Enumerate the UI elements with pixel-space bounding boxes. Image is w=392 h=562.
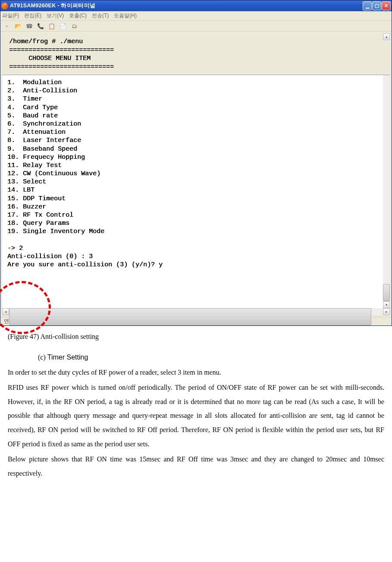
toolbar: ▫ 📂 ☎ 📞 📋 📄 🗂 (0, 21, 392, 32)
app-icon (1, 3, 8, 9)
disconnect-icon[interactable]: 📞 (37, 22, 44, 30)
titlebar[interactable]: AT91SAM9260EK - 하이퍼터미널 ▁ ▢ ✕ (0, 0, 392, 11)
menu-help[interactable]: 도움말(H) (114, 12, 137, 19)
close-button[interactable]: ✕ (382, 1, 391, 10)
subsection-heading: (c) Timer Setting (38, 354, 384, 361)
menu-call[interactable]: 호출(C) (69, 12, 87, 19)
menu-transfer[interactable]: 전송(T) (92, 12, 109, 19)
scroll-right-button[interactable]: ▸ (383, 308, 390, 315)
horizontal-scrollbar[interactable]: ◂ ▸ (2, 308, 390, 315)
subsection-label: (c) (38, 354, 47, 361)
scroll-left-button[interactable]: ◂ (2, 308, 9, 315)
scroll-up-button-top[interactable]: ▴ (383, 33, 390, 40)
properties-icon[interactable]: 🗂 (70, 22, 78, 30)
send-icon[interactable]: 📋 (48, 22, 56, 30)
scroll-track[interactable] (383, 75, 390, 301)
paragraph-2: RFID uses RF power which is turned on/of… (8, 381, 384, 451)
minimize-button[interactable]: ▁ (363, 1, 372, 10)
scroll-up-top: ▴ (383, 33, 390, 43)
figure-caption: (Figure 47) Anti-collision setting (8, 333, 384, 341)
hscroll-thumb[interactable] (9, 308, 371, 325)
vertical-scrollbar[interactable]: ▾ (383, 75, 390, 308)
body-text: In order to set the duty cycles of RF po… (8, 366, 384, 480)
window-title: AT91SAM9260EK - 하이퍼터미널 (10, 2, 363, 9)
menubar: 파일(F) 편집(E) 보기(V) 호출(C) 전송(T) 도움말(H) (0, 11, 392, 21)
app-window: AT91SAM9260EK - 하이퍼터미널 ▁ ▢ ✕ 파일(F) 편집(E)… (0, 0, 392, 326)
menu-view[interactable]: 보기(V) (47, 12, 64, 19)
receive-icon[interactable]: 📄 (59, 22, 67, 30)
window-buttons: ▁ ▢ ✕ (363, 1, 391, 10)
hscroll-track[interactable] (9, 308, 383, 315)
menu-edit[interactable]: 편집(E) (24, 12, 41, 19)
document-body: (Figure 47) Anti-collision setting (c) T… (0, 328, 392, 490)
open-icon[interactable]: 📂 (14, 22, 22, 30)
maximize-button[interactable]: ▢ (372, 1, 381, 10)
terminal-wrap: ▴ /home/frog # ./menu ==================… (0, 32, 392, 317)
terminal-header: /home/frog # ./menu ====================… (2, 33, 390, 75)
paragraph-1: In order to set the duty cycles of RF po… (8, 366, 384, 380)
scroll-thumb[interactable] (383, 284, 390, 301)
terminal-body-wrap: 1. Modulation 2. Anti-Collision 3. Timer… (2, 75, 390, 308)
scroll-down-button[interactable]: ▾ (383, 301, 390, 308)
menu-file[interactable]: 파일(F) (2, 12, 19, 19)
paragraph-3: Below picture shows that RF ON time was … (8, 452, 384, 481)
subsection-title: Timer Setting (47, 354, 88, 361)
connect-icon[interactable]: ☎ (25, 22, 33, 30)
terminal-output[interactable]: 1. Modulation 2. Anti-Collision 3. Timer… (2, 75, 383, 308)
new-icon[interactable]: ▫ (3, 22, 11, 30)
